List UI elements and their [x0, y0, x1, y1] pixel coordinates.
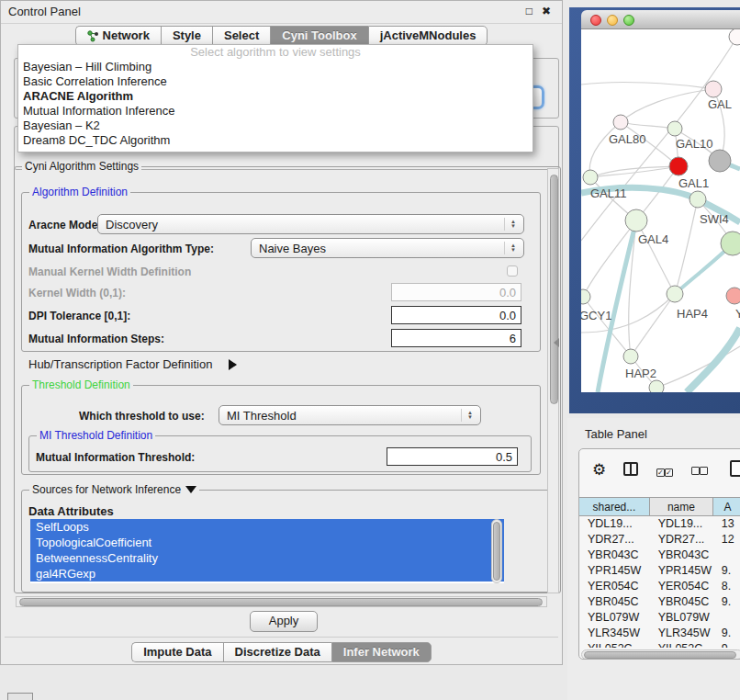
dropdown-item[interactable]: Bayesian – Hill Climbing — [18, 60, 533, 74]
table-cell: YIL052C — [579, 641, 650, 648]
column-header-shared[interactable]: shared... — [579, 497, 650, 516]
tab-discretize-data[interactable]: Discretize Data — [223, 642, 331, 662]
float-window-icon[interactable]: □ — [526, 5, 533, 17]
mi-steps-input[interactable]: 6 — [391, 329, 521, 347]
table-cell: YBL079W — [650, 610, 713, 626]
table-row[interactable]: YBR043CYBR043C — [579, 548, 740, 563]
close-traffic-icon[interactable] — [590, 15, 601, 26]
network-node-swi4[interactable] — [690, 191, 706, 208]
dropdown-item[interactable]: Basic Correlation Inference — [18, 74, 533, 89]
table-cell: YDL19... — [650, 516, 713, 532]
collapse-arrow-icon[interactable] — [185, 486, 196, 493]
aracne-mode-select[interactable]: Discovery ▲▼ — [97, 214, 524, 234]
table-cell: YDR27... — [650, 532, 713, 548]
tab-label: jActiveMNodules — [380, 27, 477, 45]
tab-style[interactable]: Style — [161, 26, 212, 46]
select-all-columns-icon[interactable]: ✓✓ — [656, 464, 673, 478]
minimize-traffic-icon[interactable] — [607, 15, 618, 26]
tab-cyni-toolbox[interactable]: Cyni Toolbox — [270, 26, 367, 46]
network-edge[interactable] — [621, 89, 713, 122]
network-node-gal1[interactable] — [669, 157, 688, 175]
which-threshold-select[interactable]: MI Threshold ▲▼ — [219, 405, 481, 425]
table-cell: 8. — [713, 579, 740, 594]
dropdown-item[interactable]: Dream8 DC_TDC Algorithm — [18, 133, 533, 148]
attribute-item[interactable]: SelfLoops — [30, 519, 504, 535]
dropdown-item[interactable]: Bayesian – K2 — [18, 119, 533, 133]
table-cell: YDR27... — [579, 532, 650, 548]
network-node-gal11[interactable] — [583, 170, 598, 185]
mi-type-select[interactable]: Naive Bayes ▲▼ — [251, 238, 524, 258]
settings-hscrollbar[interactable] — [16, 596, 547, 607]
network-edge[interactable] — [631, 294, 675, 356]
network-node-gal80[interactable] — [613, 115, 628, 130]
table-row[interactable]: YBR045CYBR045C9. — [579, 594, 740, 610]
table-cell: 9. — [713, 563, 740, 579]
columns-icon[interactable] — [623, 462, 638, 476]
data-attributes-list: SelfLoopsTopologicalCoefficientBetweenne… — [30, 519, 504, 583]
table-row[interactable]: YER054CYER054C8. — [579, 579, 740, 594]
dpi-tolerance-input[interactable]: 0.0 — [391, 306, 521, 324]
node-label: GCY1 — [581, 309, 611, 322]
table-hscrollbar[interactable] — [581, 649, 740, 660]
network-window-titlebar[interactable] — [581, 10, 740, 29]
table-row[interactable]: YDR27...YDR27...12 — [579, 532, 740, 548]
table-cell: YBR043C — [650, 548, 713, 563]
which-threshold-value: MI Threshold — [227, 409, 297, 423]
network-node-gcy1[interactable] — [581, 289, 590, 304]
mi-threshold-input[interactable]: 0.5 — [387, 447, 518, 466]
close-icon[interactable]: ✖ — [542, 5, 551, 17]
network-node-hap2[interactable] — [623, 349, 638, 364]
split-collapse-icon[interactable] — [554, 338, 559, 347]
network-node[interactable] — [649, 380, 664, 392]
network-node-gal10[interactable] — [667, 121, 682, 136]
network-node-hap4[interactable] — [667, 286, 683, 302]
network-node[interactable] — [709, 150, 731, 172]
gear-icon[interactable]: ⚙ — [592, 462, 606, 479]
dropdown-item[interactable]: ARACNE Algorithm — [18, 89, 533, 104]
control-panel-tab-bar: NetworkStyleSelectCyni ToolboxjActiveMNo… — [1, 26, 562, 46]
tab-infer-network[interactable]: Infer Network — [331, 642, 432, 662]
network-node-gal4[interactable] — [625, 209, 647, 231]
network-window: GALGAL80GAL10GAL1GAL11SWI4GAL4GCY1HAP4YH… — [581, 10, 740, 392]
network-edge-highlighted[interactable] — [687, 328, 740, 392]
mi-type-label: Mutual Information Algorithm Type: — [28, 243, 214, 255]
manual-kernel-checkbox[interactable] — [507, 265, 518, 277]
apply-button[interactable]: Apply — [250, 611, 318, 632]
table-cell: YBR045C — [579, 594, 650, 610]
attribute-list-vscrollbar[interactable] — [491, 519, 502, 583]
table-row[interactable]: YPR145WYPR145W9. — [579, 563, 740, 579]
table-row[interactable]: YDL19...YDL19...13 — [579, 516, 740, 532]
column-header-name[interactable]: name — [650, 497, 713, 516]
network-edge[interactable] — [675, 199, 698, 294]
deselect-all-columns-icon[interactable] — [691, 464, 708, 478]
network-node[interactable] — [729, 29, 740, 45]
network-edge[interactable] — [589, 122, 621, 177]
tab-jactivemnodules[interactable]: jActiveMNodules — [368, 26, 488, 46]
tab-label: Style — [173, 27, 201, 45]
attribute-item[interactable]: TopologicalCoefficient — [30, 535, 504, 550]
attribute-item[interactable]: BetweennessCentrality — [30, 550, 504, 566]
network-node-gal[interactable] — [705, 81, 722, 97]
network-node[interactable] — [721, 231, 740, 255]
tab-impute-data[interactable]: Impute Data — [131, 642, 222, 662]
network-edge[interactable] — [636, 220, 675, 294]
network-canvas[interactable]: GALGAL80GAL10GAL1GAL11SWI4GAL4GCY1HAP4YH… — [581, 29, 740, 392]
node-label: HAP4 — [677, 307, 708, 321]
network-edge[interactable] — [581, 83, 713, 89]
network-node-y[interactable] — [726, 288, 740, 304]
tab-select[interactable]: Select — [212, 26, 270, 46]
attribute-item[interactable]: gal4RGexp — [30, 566, 504, 581]
table-row[interactable]: YLR345WYLR345W9. — [579, 626, 740, 641]
partial-button-fragment[interactable] — [7, 693, 33, 700]
settings-vscrollbar[interactable] — [547, 168, 559, 593]
kernel-width-input[interactable]: 0.0 — [391, 283, 521, 301]
dropdown-item[interactable]: Mutual Information Inference — [18, 104, 533, 119]
table-row[interactable]: YBL079WYBL079W — [579, 610, 740, 626]
export-table-icon[interactable] — [730, 460, 740, 477]
kernel-width-label: Kernel Width (0,1): — [28, 287, 126, 299]
tab-network[interactable]: Network — [75, 26, 161, 46]
table-row[interactable]: YIL052CYIL052C9 — [579, 641, 740, 648]
column-header-a[interactable]: A — [713, 497, 740, 516]
zoom-traffic-icon[interactable] — [623, 15, 634, 26]
expand-arrow-icon[interactable] — [229, 359, 237, 370]
